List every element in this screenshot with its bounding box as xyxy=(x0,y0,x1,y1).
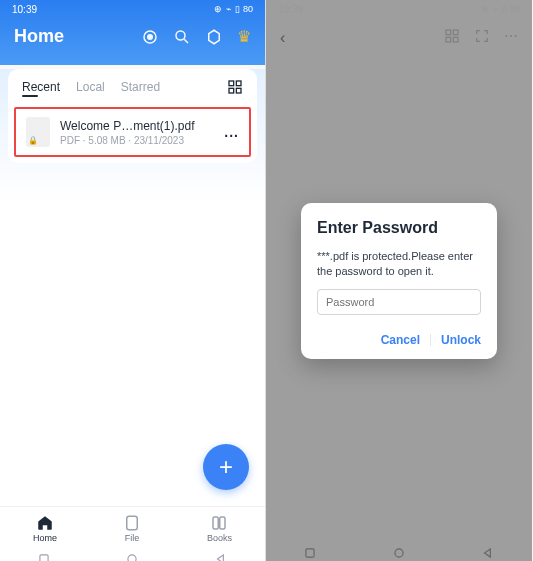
svg-point-13 xyxy=(128,554,136,561)
tabs-row: Recent Local Starred xyxy=(8,69,257,101)
password-dialog: Enter Password ***.pdf is protected.Plea… xyxy=(301,203,497,360)
add-fab-button[interactable]: + xyxy=(203,444,249,490)
grid-view-icon[interactable] xyxy=(227,79,243,95)
svg-rect-10 xyxy=(213,517,218,529)
books-icon xyxy=(210,514,228,532)
status-icons: ⊕ ⌁ ▯ 80 xyxy=(214,4,253,14)
status-icons-right: ⊕ ⌁ ▯ 80 xyxy=(481,4,520,14)
cancel-button[interactable]: Cancel xyxy=(381,333,420,347)
nav-home-label: Home xyxy=(33,533,57,543)
svg-rect-11 xyxy=(220,517,225,529)
file-card: Recent Local Starred 🔒 Welcome P…ment(1)… xyxy=(8,69,257,163)
svg-point-1 xyxy=(148,34,153,39)
separator xyxy=(430,334,431,346)
nav-books[interactable]: Books xyxy=(207,514,232,543)
right-phone-frame: 10:39 ⊕ ⌁ ▯ 80 ‹ ⋯ Enter Password ***.pd xyxy=(266,0,532,561)
left-header-area: 10:39 ⊕ ⌁ ▯ 80 Home ♛ xyxy=(0,0,265,65)
back-button[interactable] xyxy=(214,552,228,562)
home-button[interactable] xyxy=(125,552,139,562)
back-button[interactable] xyxy=(481,546,495,560)
svg-rect-19 xyxy=(306,548,314,556)
dialog-overlay: Enter Password ***.pdf is protected.Plea… xyxy=(266,18,532,544)
nav-file[interactable]: File xyxy=(123,514,141,543)
svg-rect-6 xyxy=(236,81,241,86)
recents-button[interactable] xyxy=(37,552,51,562)
status-time-right: 10:39 xyxy=(278,4,303,15)
svg-marker-14 xyxy=(217,554,223,561)
recents-button[interactable] xyxy=(303,546,317,560)
settings-icon[interactable] xyxy=(205,28,223,46)
premium-crown-icon[interactable]: ♛ xyxy=(237,27,251,46)
status-time: 10:39 xyxy=(12,4,37,15)
page-title: Home xyxy=(14,26,64,47)
tab-recent[interactable]: Recent xyxy=(22,80,60,94)
nav-books-label: Books xyxy=(207,533,232,543)
dialog-title: Enter Password xyxy=(317,219,481,237)
home-button[interactable] xyxy=(392,546,406,560)
search-icon[interactable] xyxy=(173,28,191,46)
svg-point-20 xyxy=(395,548,403,556)
svg-rect-8 xyxy=(236,88,241,93)
file-icon xyxy=(123,514,141,532)
status-bar-right: 10:39 ⊕ ⌁ ▯ 80 xyxy=(266,0,532,18)
tab-list: Recent Local Starred xyxy=(22,80,160,94)
system-nav-right xyxy=(266,544,532,561)
tab-local[interactable]: Local xyxy=(76,80,105,94)
system-nav xyxy=(0,550,265,561)
svg-rect-7 xyxy=(229,88,234,93)
bluetooth-icon: ⌁ xyxy=(226,4,231,14)
file-info: Welcome P…ment(1).pdf PDF · 5.08 MB · 23… xyxy=(60,119,214,146)
plus-icon: + xyxy=(219,453,233,481)
bluetooth-icon: ⌁ xyxy=(493,4,498,14)
svg-point-2 xyxy=(176,31,185,40)
viewer-body: ‹ ⋯ Enter Password ***.pdf is protected.… xyxy=(266,18,532,544)
status-bar: 10:39 ⊕ ⌁ ▯ 80 xyxy=(0,0,265,18)
svg-rect-12 xyxy=(40,554,48,561)
home-icon xyxy=(36,514,54,532)
svg-marker-21 xyxy=(484,548,490,556)
battery-icon: ▯ 80 xyxy=(502,4,520,14)
password-input[interactable] xyxy=(317,289,481,315)
header-actions: ♛ xyxy=(141,27,251,46)
battery-icon: ▯ 80 xyxy=(235,4,253,14)
nav-file-label: File xyxy=(125,533,140,543)
bottom-nav: Home File Books xyxy=(0,506,265,550)
file-list-item[interactable]: 🔒 Welcome P…ment(1).pdf PDF · 5.08 MB · … xyxy=(14,107,251,157)
svg-marker-4 xyxy=(209,30,220,44)
dialog-actions: Cancel Unlock xyxy=(317,333,481,347)
eye-icon[interactable] xyxy=(141,28,159,46)
lock-icon: 🔒 xyxy=(28,136,38,145)
file-meta: PDF · 5.08 MB · 23/11/2023 xyxy=(60,135,214,146)
wifi-icon: ⊕ xyxy=(214,4,222,14)
svg-rect-5 xyxy=(229,81,234,86)
main-content: Recent Local Starred 🔒 Welcome P…ment(1)… xyxy=(0,69,265,506)
left-phone-frame: 10:39 ⊕ ⌁ ▯ 80 Home ♛ xyxy=(0,0,266,561)
wifi-icon: ⊕ xyxy=(481,4,489,14)
dialog-message: ***.pdf is protected.Please enter the pa… xyxy=(317,249,481,280)
app-header: Home ♛ xyxy=(0,18,265,53)
unlock-button[interactable]: Unlock xyxy=(441,333,481,347)
nav-home[interactable]: Home xyxy=(33,514,57,543)
tab-starred[interactable]: Starred xyxy=(121,80,160,94)
file-thumbnail: 🔒 xyxy=(26,117,50,147)
svg-rect-9 xyxy=(127,516,138,530)
file-name: Welcome P…ment(1).pdf xyxy=(60,119,214,133)
svg-line-3 xyxy=(184,39,188,43)
more-options-icon[interactable]: ... xyxy=(224,124,239,140)
